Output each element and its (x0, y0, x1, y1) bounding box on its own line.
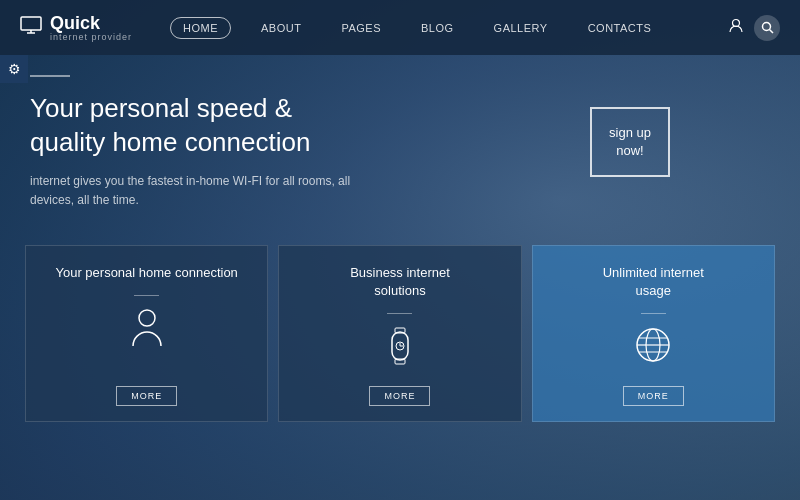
navbar: Quick internet provider HOME ABOUT PAGES… (0, 0, 800, 55)
main-content: Your personal speed &quality home connec… (0, 55, 800, 230)
search-icon-button[interactable] (754, 15, 780, 41)
watch-icon (383, 326, 417, 374)
logo-text-block: Quick internet provider (50, 14, 132, 42)
svg-point-6 (139, 310, 155, 326)
hero-subtitle: internet gives you the fastest in-home W… (30, 172, 390, 210)
nav-link-home[interactable]: HOME (170, 17, 231, 39)
card-unlimited: Unlimited internetusage MORE (532, 245, 775, 422)
card-more-button-1[interactable]: MORE (369, 386, 430, 406)
card-divider-0 (134, 295, 159, 296)
card-home-connection: Your personal home connection MORE (25, 245, 268, 422)
hero-text: Your personal speed &quality home connec… (30, 92, 390, 230)
monitor-icon (20, 16, 42, 39)
card-more-button-2[interactable]: MORE (623, 386, 684, 406)
nav-icons (726, 15, 780, 41)
person-icon (129, 308, 165, 356)
nav-link-contacts[interactable]: CONTACTS (578, 18, 662, 38)
gear-icon: ⚙ (8, 61, 21, 77)
logo-title: Quick (50, 14, 132, 32)
nav-link-blog[interactable]: BLOG (411, 18, 464, 38)
svg-line-5 (769, 30, 773, 34)
cards-section: Your personal home connection MORE Busin… (0, 245, 800, 422)
card-title-1: Business internetsolutions (350, 264, 450, 300)
svg-point-4 (762, 23, 770, 31)
logo-subtitle: internet provider (50, 32, 132, 42)
nav-link-about[interactable]: ABOUT (251, 18, 311, 38)
nav-link-gallery[interactable]: GALLERY (484, 18, 558, 38)
card-title-2: Unlimited internetusage (603, 264, 704, 300)
signup-label: sign upnow! (609, 124, 651, 160)
globe-icon (634, 326, 672, 372)
signup-button[interactable]: sign upnow! (590, 107, 670, 177)
gear-fab-button[interactable]: ⚙ (0, 55, 28, 83)
card-more-button-0[interactable]: MORE (116, 386, 177, 406)
card-divider-1 (387, 313, 412, 314)
user-icon-button[interactable] (726, 16, 746, 40)
divider-line (30, 75, 70, 77)
hero-row: Your personal speed &quality home connec… (30, 92, 770, 230)
nav-link-pages[interactable]: PAGES (331, 18, 391, 38)
page-wrapper: ⚙ Quick internet provider HOME ABOUT PAG… (0, 0, 800, 500)
hero-title: Your personal speed &quality home connec… (30, 92, 390, 160)
card-divider-2 (641, 313, 666, 314)
nav-links: HOME ABOUT PAGES BLOG GALLERY CONTACTS (170, 17, 726, 39)
svg-rect-0 (21, 17, 41, 30)
card-business: Business internetsolutions MORE (278, 245, 521, 422)
logo-area: Quick internet provider (20, 14, 140, 42)
card-title-0: Your personal home connection (55, 264, 237, 282)
